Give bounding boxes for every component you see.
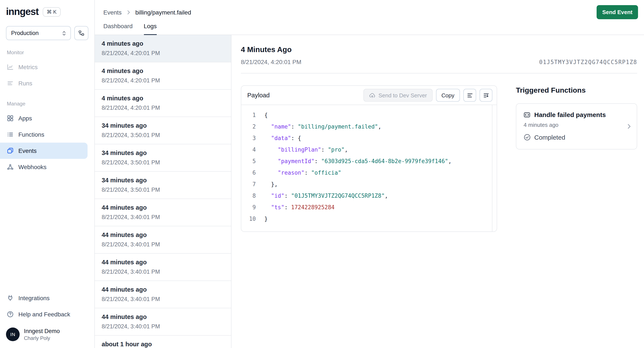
event-relative-time: 44 minutes ago (102, 314, 224, 320)
section-label-monitor: Monitor (7, 50, 88, 56)
event-relative-time: 44 minutes ago (102, 204, 224, 211)
event-timestamp: 8/21/2024, 3:40:01 PM (102, 214, 224, 221)
chevron-right-icon[interactable] (626, 123, 632, 130)
tab-logs[interactable]: Logs (144, 23, 157, 35)
line-number: 8 (241, 190, 256, 202)
copy-button[interactable]: Copy (436, 89, 460, 102)
breadcrumb: Events billing/payment.failed Send Event (103, 5, 638, 19)
breadcrumb-chevron-icon (126, 9, 132, 15)
event-list-item[interactable]: about 1 hour ago (95, 336, 231, 348)
sidebar-item-help-and-feedback[interactable]: Help and Feedback (0, 306, 94, 322)
environments-icon (78, 30, 84, 36)
function-status: Completed (524, 134, 622, 141)
align-left-icon (466, 92, 473, 98)
user-name: Inngest Demo (24, 328, 60, 334)
event-list: 4 minutes ago8/21/2024, 4:20:01 PM4 minu… (95, 35, 232, 348)
event-list-item[interactable]: 4 minutes ago8/21/2024, 4:20:01 PM (95, 62, 231, 90)
sidebar-item-label: Metrics (18, 64, 38, 70)
code-line: 7 }, (241, 178, 497, 190)
event-list-item[interactable]: 34 minutes ago8/21/2024, 3:50:01 PM (95, 117, 231, 144)
event-timestamp: 8/21/2024, 3:40:01 PM (102, 323, 224, 330)
send-to-dev-server-button[interactable]: Send to Dev Server (364, 89, 432, 102)
event-list-item[interactable]: 44 minutes ago8/21/2024, 3:40:01 PM (95, 199, 231, 226)
tab-dashboard[interactable]: Dashboard (103, 23, 132, 35)
event-timestamp: 8/21/2024, 3:40:01 PM (102, 268, 224, 276)
sidebar-item-functions[interactable]: Functions (0, 126, 94, 142)
event-list-item[interactable]: 34 minutes ago8/21/2024, 3:50:01 PM (95, 172, 231, 199)
main-area: Events billing/payment.failed Send Event… (95, 0, 644, 348)
sidebar-item-webhooks[interactable]: Webhooks (0, 159, 94, 175)
runs-icon (7, 80, 14, 87)
event-timestamp: 8/21/2024, 4:20:01 PM (102, 104, 224, 112)
event-list-item[interactable]: 4 minutes ago8/21/2024, 4:20:01 PM (95, 90, 231, 117)
event-timestamp: 8/21/2024, 3:40:01 PM (102, 296, 224, 303)
payload-code[interactable]: 1{2 "name": "billing/payment.failed",3 "… (241, 105, 497, 232)
format-button[interactable] (463, 89, 476, 102)
code-text: { (264, 109, 268, 121)
event-relative-time: 4 minutes ago (102, 95, 224, 102)
cloud-upload-icon (369, 92, 376, 98)
wrap-lines-button[interactable] (480, 89, 492, 102)
sidebar-item-label: Apps (18, 115, 32, 121)
function-icon (524, 111, 530, 118)
wrap-lines-icon (483, 92, 489, 98)
event-list-item[interactable]: 44 minutes ago8/21/2024, 3:40:01 PM (95, 254, 231, 281)
function-name: Handle failed payments (534, 111, 606, 118)
user-account[interactable]: IN Inngest Demo Charly Poly (0, 322, 94, 348)
sidebar-item-label: Functions (18, 132, 44, 138)
code-line: 9 "ts": 1724228925284 (241, 202, 497, 213)
breadcrumb-events[interactable]: Events (103, 9, 122, 16)
environment-settings-button[interactable] (74, 26, 88, 40)
send-to-dev-server-label: Send to Dev Server (378, 92, 427, 98)
sidebar-top: inngest ⌘ K Production (0, 0, 94, 40)
chart-icon (7, 64, 14, 70)
event-timestamp: 8/21/2024, 3:40:01 PM (102, 241, 224, 248)
app-root: inngest ⌘ K Production MonitorMetricsRun… (0, 0, 644, 348)
breadcrumb-event-name: billing/payment.failed (136, 9, 191, 16)
event-list-item[interactable]: 44 minutes ago8/21/2024, 3:40:01 PM (95, 308, 231, 336)
divider (241, 73, 637, 74)
webhooks-icon (7, 164, 14, 170)
send-event-button[interactable]: Send Event (596, 5, 638, 19)
sidebar-footer-nav: IntegrationsHelp and Feedback (0, 290, 94, 322)
triggered-function-card[interactable]: Handle failed payments4 minutes agoCompl… (516, 103, 637, 150)
page-header: Events billing/payment.failed Send Event… (95, 0, 644, 35)
code-text: "ts": 1724228925284 (264, 202, 334, 213)
sidebar-item-metrics[interactable]: Metrics (0, 59, 94, 75)
triggered-functions-panel: Triggered Functions Handle failed paymen… (516, 86, 637, 150)
line-number: 1 (241, 109, 256, 121)
code-text: }, (264, 178, 278, 190)
sidebar-item-apps[interactable]: Apps (0, 110, 94, 126)
event-relative-time: 34 minutes ago (102, 150, 224, 156)
function-status-label: Completed (534, 134, 565, 141)
sidebar-item-label: Runs (18, 80, 32, 86)
user-org: Charly Poly (24, 335, 60, 341)
event-list-item[interactable]: 44 minutes ago8/21/2024, 3:40:01 PM (95, 226, 231, 254)
event-timestamp: 8/21/2024, 4:20:01 PM (102, 77, 224, 84)
apps-icon (7, 115, 14, 122)
event-list-item[interactable]: 44 minutes ago8/21/2024, 3:40:01 PM (95, 281, 231, 308)
command-k-shortcut[interactable]: ⌘ K (43, 7, 60, 16)
sidebar-item-runs[interactable]: Runs (0, 75, 94, 92)
help-icon (7, 311, 14, 318)
code-text: "reason": "officia" (264, 167, 341, 178)
environment-selector[interactable]: Production (6, 26, 71, 40)
event-relative-time: 44 minutes ago (102, 286, 224, 293)
event-title: 4 Minutes Ago (241, 45, 301, 54)
event-detail-panel: 4 Minutes Ago 8/21/2024, 4:20:01 PM 01J5… (232, 35, 644, 348)
code-line: 8 "id": "01J5TMY3VJTZ2QG74QCC5RP1Z8", (241, 190, 497, 202)
sidebar-item-label: Events (18, 148, 37, 154)
sidebar-item-integrations[interactable]: Integrations (0, 290, 94, 306)
event-relative-time: 34 minutes ago (102, 122, 224, 129)
line-number: 10 (241, 213, 256, 224)
event-detail-timestamp: 8/21/2024, 4:20:01 PM (241, 58, 301, 65)
code-line: 6 "reason": "officia" (241, 167, 497, 178)
integrations-icon (7, 295, 14, 302)
event-list-item[interactable]: 4 minutes ago8/21/2024, 4:20:01 PM (95, 35, 231, 62)
line-number: 7 (241, 178, 256, 190)
sidebar-item-events[interactable]: Events (0, 142, 88, 159)
event-relative-time: 44 minutes ago (102, 259, 224, 266)
line-number: 9 (241, 202, 256, 213)
event-list-item[interactable]: 34 minutes ago8/21/2024, 3:50:01 PM (95, 144, 231, 172)
environment-label: Production (11, 30, 39, 36)
